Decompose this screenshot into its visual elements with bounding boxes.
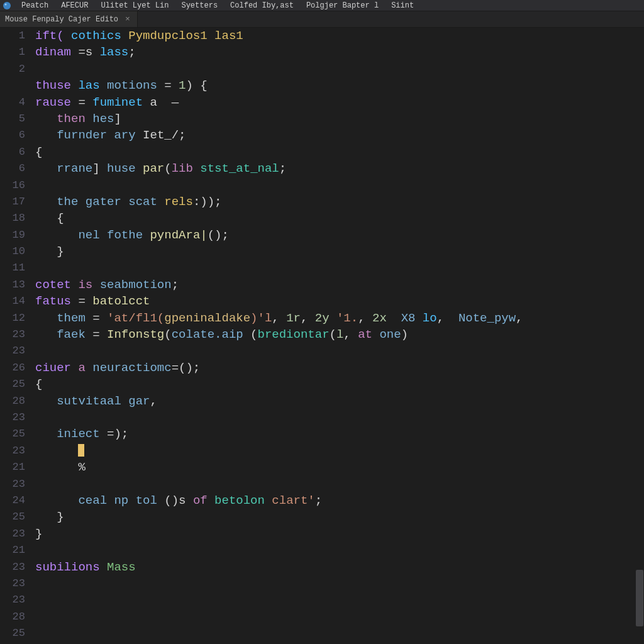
code-line[interactable] xyxy=(35,260,635,276)
line-number: 23 xyxy=(0,343,25,359)
code-line[interactable]: rause = fuminet a — xyxy=(35,94,635,111)
line-number: 21 xyxy=(0,459,25,475)
line-number: 10 xyxy=(0,243,25,260)
line-number: 6 xyxy=(0,144,25,160)
code-line[interactable]: sutvitaal gar, xyxy=(35,393,635,409)
code-line[interactable] xyxy=(35,542,635,558)
line-number: 16 xyxy=(0,177,25,194)
code-line[interactable]: ceal np tol ()s of betolon clart'; xyxy=(35,492,635,509)
menubar: PeatchAFECURUlitet Lyet LinSyettersColfe… xyxy=(0,0,644,11)
line-number: 23 xyxy=(0,476,25,492)
code-line[interactable]: subilions Mass xyxy=(35,559,635,575)
code-line[interactable] xyxy=(35,476,635,492)
editor[interactable]: 1124566616171819101113141223232625282325… xyxy=(0,28,635,644)
menu-item-3[interactable]: Syetters xyxy=(175,1,224,10)
line-number: 23 xyxy=(0,326,25,343)
code-line[interactable]: cotet is seabmotion; xyxy=(35,277,635,293)
line-number: 12 xyxy=(0,310,25,326)
code-line[interactable]: furnder ary Iet_/; xyxy=(35,127,635,143)
line-number: 25 xyxy=(0,509,25,525)
code-line[interactable]: the gater scat rels:)); xyxy=(35,194,635,210)
code-line[interactable]: { xyxy=(35,210,635,226)
line-number: 6 xyxy=(0,160,25,177)
line-number: 2 xyxy=(0,61,25,77)
line-number: 24 xyxy=(0,492,25,509)
code-line[interactable] xyxy=(35,61,635,77)
line-number: 6 xyxy=(0,127,25,143)
code-line[interactable]: } xyxy=(35,526,635,542)
line-number: 28 xyxy=(0,393,25,409)
code-line[interactable] xyxy=(35,641,635,644)
line-number: 23 xyxy=(0,592,25,608)
scrollbar-thumb[interactable] xyxy=(636,570,643,626)
line-number: 25 xyxy=(0,625,25,641)
code-line[interactable] xyxy=(35,409,635,426)
line-number: 1 xyxy=(0,44,25,60)
line-number: 18 xyxy=(0,210,25,226)
code-line[interactable]: thuse las motions = 1) { xyxy=(35,77,635,94)
svg-point-0 xyxy=(3,2,11,9)
tab-title: Mouse Fenpaly Cajer Edito xyxy=(5,15,118,24)
text-cursor xyxy=(78,444,84,457)
code-line[interactable]: faek = Infonstg(colate.aip (brediontar(l… xyxy=(35,326,635,343)
code-line[interactable] xyxy=(35,443,635,459)
code-line[interactable]: ift( cothics Pymdupclos1 las1 xyxy=(35,28,635,44)
code-line[interactable]: fatus = batolcct xyxy=(35,293,635,309)
line-number: 13 xyxy=(0,277,25,293)
menu-item-0[interactable]: Peatch xyxy=(15,1,55,10)
app-icon xyxy=(3,1,11,10)
line-number: 46 xyxy=(0,641,25,644)
code-line[interactable]: % xyxy=(35,459,635,475)
line-number: 21 xyxy=(0,542,25,558)
line-number: 23 xyxy=(0,575,25,592)
code-line[interactable]: them = 'at/fl1(gpeninaldake)'l, 1r, 2y '… xyxy=(35,310,635,326)
code-line[interactable]: nel fothe pyndAra|(); xyxy=(35,227,635,243)
code-line[interactable]: ciuer a neuractiomc=(); xyxy=(35,360,635,376)
line-number: 17 xyxy=(0,194,25,210)
menu-item-6[interactable]: Siint xyxy=(385,1,420,10)
close-icon[interactable]: × xyxy=(123,14,132,24)
line-number: 14 xyxy=(0,293,25,309)
code-line[interactable]: } xyxy=(35,243,635,260)
code-line[interactable]: { xyxy=(35,376,635,392)
code-line[interactable]: { xyxy=(35,144,635,160)
tab-active[interactable]: Mouse Fenpaly Cajer Edito × xyxy=(0,11,138,27)
code-line[interactable]: } xyxy=(35,509,635,525)
menu-item-2[interactable]: Ulitet Lyet Lin xyxy=(94,1,175,10)
code-line[interactable]: rrane] huse par(lib stst_at_nal; xyxy=(35,160,635,177)
code-line[interactable]: then hes] xyxy=(35,111,635,127)
code-line[interactable] xyxy=(35,592,635,608)
code-line[interactable]: iniect =); xyxy=(35,426,635,442)
line-number: 1 xyxy=(0,28,25,44)
line-number: 23 xyxy=(0,559,25,575)
gutter: 1124566616171819101113141223232625282325… xyxy=(0,28,31,644)
svg-point-1 xyxy=(5,3,7,5)
code-line[interactable] xyxy=(35,625,635,641)
line-number: 28 xyxy=(0,609,25,625)
line-number: 23 xyxy=(0,409,25,426)
code-line[interactable] xyxy=(35,177,635,194)
scrollbar-vertical[interactable] xyxy=(635,28,644,644)
menu-item-5[interactable]: Polgjer Bapter l xyxy=(300,1,385,10)
code-area[interactable]: ift( cothics Pymdupclos1 las1dinam =s la… xyxy=(31,28,635,644)
code-line[interactable] xyxy=(35,575,635,592)
line-number: 4 xyxy=(0,94,25,111)
menu-item-4[interactable]: Colfed Iby,ast xyxy=(224,1,300,10)
line-number: 5 xyxy=(0,111,25,127)
line-number: 19 xyxy=(0,227,25,243)
line-number xyxy=(0,77,25,94)
line-number: 23 xyxy=(0,526,25,542)
line-number: 25 xyxy=(0,426,25,442)
code-line[interactable]: dinam =s lass; xyxy=(35,44,635,60)
menu-item-1[interactable]: AFECUR xyxy=(55,1,94,10)
line-number: 23 xyxy=(0,443,25,459)
code-line[interactable] xyxy=(35,609,635,625)
line-number: 25 xyxy=(0,376,25,392)
line-number: 11 xyxy=(0,260,25,276)
line-number: 26 xyxy=(0,360,25,376)
tabbar: Mouse Fenpaly Cajer Edito × xyxy=(0,11,644,28)
code-line[interactable] xyxy=(35,343,635,359)
